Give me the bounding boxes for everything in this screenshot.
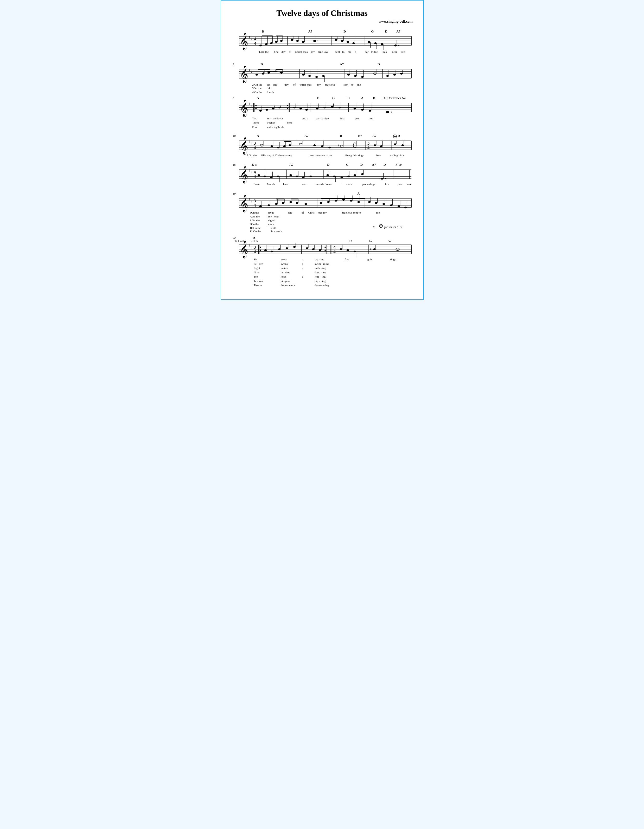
svg-text:two: two (302, 183, 306, 186)
svg-point-246 (313, 144, 316, 146)
svg-text:9On the: 9On the (249, 223, 259, 226)
svg-text:D: D (360, 163, 363, 167)
svg-text:me: me (376, 211, 380, 214)
svg-point-174 (300, 108, 302, 110)
svg-point-301 (263, 176, 266, 177)
svg-point-176 (305, 109, 308, 111)
svg-point-261 (380, 145, 382, 147)
svg-point-265 (401, 144, 404, 146)
svg-text:a: a (302, 262, 303, 265)
svg-point-385 (368, 201, 371, 203)
svg-text:♯: ♯ (370, 247, 371, 251)
svg-text:par - tridge: par - tridge (316, 117, 328, 120)
svg-text:and a: and a (346, 183, 352, 186)
svg-point-180 (323, 107, 326, 109)
svg-text:maids: maids (281, 266, 287, 270)
svg-text:D: D (373, 96, 375, 100)
svg-text:♯: ♯ (251, 170, 253, 175)
svg-text:♯: ♯ (251, 104, 253, 108)
svg-text:hens: hens (287, 121, 292, 124)
svg-text:A: A (253, 236, 255, 239)
svg-text:five gold - rings: five gold - rings (345, 154, 363, 157)
svg-point-50 (368, 41, 370, 43)
svg-text:G: G (371, 30, 374, 33)
svg-text:𝄞: 𝄞 (239, 166, 248, 184)
svg-point-95 (267, 72, 270, 74)
staff-section-1: D A7 D G D A7 𝄞 ♯ ♯ 4 4 (232, 29, 413, 61)
svg-text:8: 8 (233, 97, 234, 99)
svg-text:four: four (376, 154, 381, 157)
svg-text:pip - ping: pip - ping (314, 279, 326, 282)
svg-text:11.On the: 11.On the (249, 230, 261, 233)
svg-point-23 (265, 43, 267, 45)
svg-point-172 (293, 107, 295, 109)
svg-text:D: D (349, 239, 352, 243)
svg-text:♯: ♯ (248, 197, 250, 201)
staff-section-7: 22 A 12.On the twelfth 𝄞 ♯ ♯ 3 4 (232, 235, 413, 289)
page: Twelve days of Christmas www.singing-bel… (221, 0, 424, 300)
svg-point-35 (296, 40, 299, 42)
svg-point-378 (342, 199, 345, 201)
svg-point-356 (259, 205, 262, 207)
svg-point-435 (264, 249, 267, 251)
svg-text:A7: A7 (387, 239, 391, 243)
svg-point-313 (309, 176, 312, 177)
svg-point-115 (361, 76, 363, 78)
svg-point-119 (386, 75, 389, 77)
svg-point-109 (322, 75, 325, 77)
svg-text:Christ-mas: Christ-mas (295, 50, 308, 53)
svg-point-105 (308, 75, 311, 77)
svg-text:E7: E7 (368, 239, 373, 243)
svg-text:a: a (355, 50, 356, 53)
svg-text:A7: A7 (372, 163, 376, 167)
svg-point-443 (293, 246, 295, 248)
svg-text:'le - ven: 'le - ven (254, 279, 263, 282)
svg-text:A: A (357, 192, 360, 195)
svg-text:6On the: 6On the (249, 211, 259, 214)
svg-text:a: a (302, 266, 303, 270)
svg-text:♯: ♯ (248, 168, 250, 172)
svg-point-44 (341, 40, 344, 42)
svg-text:D: D (347, 96, 349, 100)
svg-text:Two: Two (252, 117, 257, 120)
svg-text:sec - ond: sec - ond (267, 83, 277, 86)
svg-point-93 (262, 73, 264, 75)
svg-text:me: me (357, 83, 361, 86)
svg-text:D: D (344, 30, 346, 33)
svg-point-450 (319, 249, 321, 251)
svg-text:4: 4 (367, 145, 369, 150)
svg-point-465 (346, 249, 349, 251)
svg-text:♯: ♯ (251, 142, 253, 146)
svg-point-56 (394, 44, 397, 46)
svg-point-448 (312, 248, 314, 250)
svg-text:22: 22 (233, 236, 235, 239)
svg-point-305 (277, 176, 279, 177)
svg-text:fourth: fourth (267, 90, 274, 93)
svg-text:Se - ven: Se - ven (254, 262, 263, 265)
staff-section-2: 5 D A7 D 𝄞 ♯ ♯ (232, 61, 413, 96)
svg-text:⊕: ⊕ (392, 133, 397, 139)
svg-point-33 (290, 39, 293, 41)
svg-text:E m: E m (252, 163, 257, 167)
svg-text:D.C. for verses 1-4: D.C. for verses 1-4 (382, 96, 406, 100)
svg-text:𝄞: 𝄞 (239, 137, 248, 155)
svg-text:Nine: Nine (254, 271, 259, 274)
svg-text:3On the: 3On the (252, 87, 262, 90)
svg-text:of: of (301, 211, 304, 214)
svg-point-446 (306, 247, 308, 249)
svg-text:To: To (373, 226, 375, 229)
svg-point-383 (357, 201, 360, 203)
svg-text:sent: sent (344, 83, 349, 86)
svg-point-187 (354, 108, 356, 110)
svg-text:three: three (254, 183, 259, 186)
svg-text:𝄞: 𝄞 (239, 65, 248, 83)
svg-text:D: D (385, 30, 387, 33)
svg-text:D: D (339, 134, 342, 138)
svg-text:4: 4 (254, 41, 256, 46)
svg-point-319 (340, 177, 343, 178)
svg-point-358 (267, 205, 270, 206)
svg-text:D: D (317, 96, 319, 100)
svg-point-39 (313, 40, 316, 42)
svg-text:4: 4 (254, 145, 256, 150)
svg-point-163 (271, 108, 274, 110)
